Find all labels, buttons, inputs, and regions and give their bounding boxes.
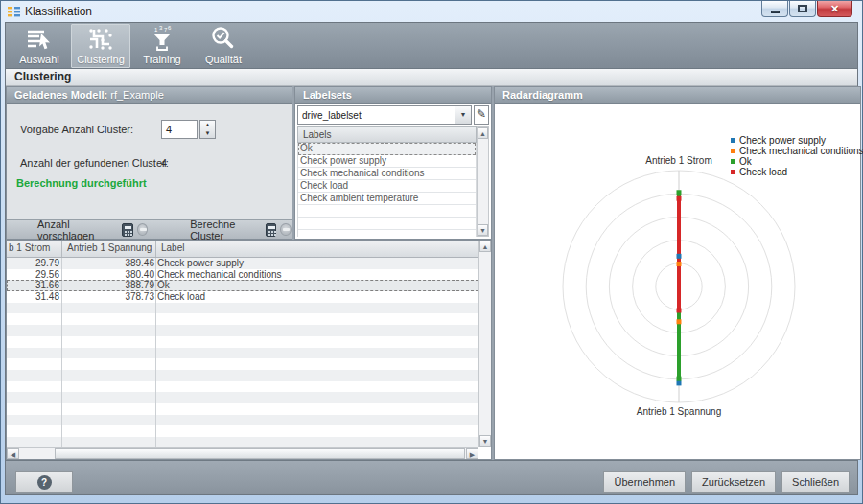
table-row bbox=[7, 403, 478, 415]
model-name: rf_Example bbox=[110, 89, 164, 101]
label-list-empty-row bbox=[298, 205, 476, 218]
table-cell bbox=[62, 381, 156, 393]
selection-cursor-icon bbox=[26, 26, 53, 53]
calculate-icon[interactable] bbox=[266, 223, 277, 237]
table-row bbox=[7, 415, 478, 426]
table-cell bbox=[62, 313, 156, 325]
target-clusters-label: Vorgabe Anzahl Cluster: bbox=[20, 124, 133, 135]
legend-label: Check mechanical conditions bbox=[739, 146, 863, 156]
table-cell: 31.48 bbox=[7, 291, 62, 303]
label-list-item[interactable]: Check load bbox=[298, 180, 476, 193]
scroll-right-icon[interactable]: ▶ bbox=[466, 448, 478, 459]
spinner-up-icon[interactable]: ▲ bbox=[200, 121, 215, 129]
radar-data-marker bbox=[677, 254, 682, 259]
apply-button[interactable]: Übernehmen bbox=[603, 471, 686, 493]
table-cell bbox=[156, 403, 478, 415]
label-list-item[interactable]: Check power supply bbox=[298, 155, 476, 168]
tab-clustering[interactable]: Clustering bbox=[71, 24, 130, 68]
table-row[interactable]: 29.79389.46Check power supply bbox=[7, 258, 478, 269]
model-panel: Geladenes Modell: rf_Example Vorgabe Anz… bbox=[6, 86, 292, 240]
spinner-buttons: ▲ ▼ bbox=[199, 120, 216, 139]
legend-label: Check power supply bbox=[739, 135, 826, 146]
column-header-strom[interactable]: b 1 Strom bbox=[7, 241, 62, 257]
table-row[interactable]: 31.48378.73Check load bbox=[7, 291, 478, 303]
table-cell bbox=[7, 358, 62, 370]
table-cell bbox=[156, 392, 478, 403]
table-cell bbox=[156, 381, 478, 393]
table-cell: 380.40 bbox=[62, 269, 156, 281]
column-header-label[interactable]: Label bbox=[156, 241, 478, 257]
status-text: Berechnung durchgeführt bbox=[16, 177, 147, 189]
scroll-up-icon[interactable]: ▲ bbox=[479, 241, 491, 252]
table-row bbox=[7, 381, 478, 393]
reset-button[interactable]: Zurücksetzen bbox=[691, 471, 776, 493]
table-row[interactable]: 29.56380.40Check mechanical conditions bbox=[7, 269, 478, 281]
client-area: Auswahl Clu bbox=[5, 22, 858, 495]
labelset-combobox[interactable]: drive_labelset ▼ bbox=[297, 105, 472, 125]
svg-text:3: 3 bbox=[159, 26, 163, 31]
suggest-count-button[interactable]: Anzahl vorschlagen bbox=[37, 218, 117, 241]
edit-labelset-button[interactable]: ✎ bbox=[474, 105, 489, 125]
labelsets-panel: Labelsets drive_labelset ▼ ✎ Labels OkCh… bbox=[294, 86, 492, 240]
legend-swatch bbox=[731, 138, 735, 143]
model-panel-actions: Anzahl vorschlagen Berechne Cluster bbox=[7, 219, 292, 239]
legend-label: Ok bbox=[739, 156, 752, 167]
table-cell: Ok bbox=[156, 280, 478, 291]
training-funnel-icon: 1376 bbox=[149, 26, 175, 53]
close-dialog-button[interactable]: Schließen bbox=[781, 471, 850, 493]
table-cell bbox=[7, 403, 62, 415]
label-list-item[interactable]: Ok bbox=[298, 143, 476, 155]
cluster-count-input[interactable]: 4 bbox=[161, 120, 198, 139]
tab-auswahl[interactable]: Auswahl bbox=[10, 24, 69, 68]
table-cell bbox=[156, 303, 478, 314]
table-cell: Check power supply bbox=[156, 258, 478, 269]
labelset-combobox-value: drive_labelset bbox=[298, 106, 455, 124]
table-cell bbox=[62, 348, 156, 359]
scroll-down-icon[interactable]: ▼ bbox=[478, 224, 488, 236]
radar-data-marker bbox=[677, 262, 682, 266]
table-row[interactable]: 31.66388.79Ok bbox=[7, 280, 478, 291]
label-list-item[interactable]: Check ambient temperature bbox=[298, 193, 476, 205]
table-cell bbox=[156, 325, 478, 336]
column-header-spannung[interactable]: Antrieb 1 Spannung bbox=[62, 241, 156, 257]
labelset-combo-row: drive_labelset ▼ ✎ bbox=[297, 105, 489, 125]
table-cell: 29.56 bbox=[7, 269, 62, 281]
table-cell bbox=[156, 336, 478, 348]
tab-label: Auswahl bbox=[19, 54, 59, 65]
chevron-down-icon[interactable]: ▼ bbox=[455, 106, 471, 124]
radar-panel: Radardiagramm Antrieb 1 StromAntrieb 1 S… bbox=[494, 86, 861, 460]
calculate-icon[interactable] bbox=[122, 223, 133, 237]
scroll-left-icon[interactable]: ◀ bbox=[7, 448, 19, 459]
table-cell bbox=[62, 358, 156, 370]
tab-qualitaet[interactable]: Qualität bbox=[194, 24, 253, 68]
app-window: Klassifikation ✕ Auswahl bbox=[0, 0, 863, 504]
scroll-up-icon[interactable]: ▲ bbox=[478, 127, 488, 139]
tab-training[interactable]: 1376 Training bbox=[132, 24, 192, 68]
table-cell bbox=[7, 336, 62, 348]
table-header: b 1 Strom Antrieb 1 Spannung Label bbox=[7, 241, 478, 258]
scrollbar-thumb[interactable] bbox=[55, 448, 465, 459]
app-icon bbox=[8, 6, 20, 18]
compute-clusters-button[interactable]: Berechne Cluster bbox=[190, 218, 261, 241]
table-row bbox=[7, 336, 478, 348]
spinner-down-icon[interactable]: ▼ bbox=[200, 129, 215, 138]
table-cell bbox=[62, 403, 156, 415]
table-cell bbox=[7, 415, 62, 426]
svg-text:6: 6 bbox=[168, 26, 172, 31]
table-row bbox=[7, 348, 478, 359]
legend-item: Check mechanical conditions bbox=[731, 146, 863, 156]
radar-panel-header: Radardiagramm bbox=[495, 87, 860, 104]
maximize-icon bbox=[798, 5, 807, 12]
label-list-item[interactable]: Check mechanical conditions bbox=[298, 168, 476, 180]
table-cell: 31.66 bbox=[7, 280, 62, 291]
minimize-button[interactable] bbox=[761, 1, 788, 17]
maximize-button[interactable] bbox=[789, 1, 816, 17]
help-button[interactable]: ? bbox=[15, 471, 73, 493]
close-button[interactable]: ✕ bbox=[817, 1, 852, 17]
table-horizontal-scrollbar[interactable]: ◀ ▶ bbox=[7, 447, 478, 459]
table-cell bbox=[7, 381, 62, 393]
scroll-down-icon[interactable]: ▼ bbox=[479, 435, 491, 447]
table-vertical-scrollbar[interactable]: ▲ ▼ bbox=[478, 241, 491, 447]
tab-label: Clustering bbox=[77, 54, 125, 65]
labels-scrollbar[interactable]: ▲ ▼ bbox=[477, 126, 489, 237]
